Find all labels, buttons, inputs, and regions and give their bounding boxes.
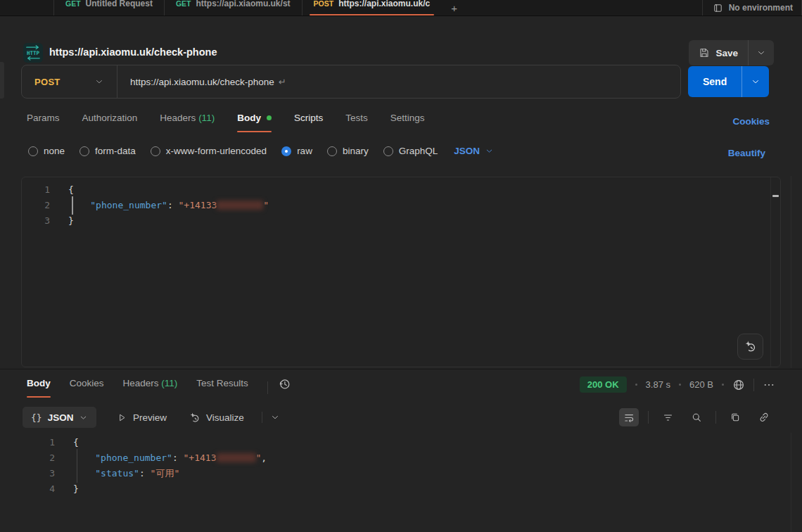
scrollbar-thumb[interactable]	[772, 195, 779, 197]
chevron-down-icon	[751, 77, 760, 87]
link-icon	[758, 412, 770, 423]
filter-icon	[662, 412, 674, 424]
postman-window: GET Untitled Request GET https://api.xia…	[0, 0, 802, 532]
response-tab-headers[interactable]: Headers (11)	[123, 378, 178, 398]
method-label: POST	[34, 77, 61, 87]
tab-tests[interactable]: Tests	[345, 113, 368, 132]
send-button[interactable]: Send	[688, 66, 741, 97]
request-tab-1[interactable]: GET Untitled Request	[53, 0, 164, 16]
request-tab-3-active[interactable]: POST https://api.xiaomu.uk/c	[302, 0, 442, 16]
response-header: Body Cookies Headers (11) Test Results 2…	[0, 374, 802, 402]
request-body-code: 1 { 2 "phone_number": "+14133" 3 }	[22, 177, 780, 229]
panel-divider	[791, 176, 791, 368]
code-line: 2 "phone_number": "+14133"	[22, 198, 780, 213]
radio-binary[interactable]: binary	[327, 146, 369, 156]
divider	[262, 412, 262, 423]
code-line: 1 {	[22, 182, 780, 198]
request-tab-label: https://api.xiaomu.uk/c	[338, 0, 430, 8]
cookies-link[interactable]: Cookies	[732, 116, 770, 127]
visualize-button[interactable]: Visualize	[189, 407, 244, 428]
response-section-divider[interactable]	[0, 369, 802, 369]
request-tab-strip: GET Untitled Request GET https://api.xia…	[0, 0, 802, 16]
body-format-selector[interactable]: JSON	[454, 146, 494, 156]
send-button-group: Send	[688, 66, 769, 97]
method-selector[interactable]: POST	[22, 77, 117, 87]
save-button[interactable]: Save	[689, 40, 748, 65]
wrap-text-button[interactable]	[619, 408, 639, 426]
play-icon	[117, 412, 127, 423]
format-options-button[interactable]	[270, 407, 280, 428]
divider	[648, 411, 649, 424]
url-input[interactable]: https://api.xiaomu.uk/check-phone↵	[117, 77, 299, 87]
request-body-editor[interactable]: 1 { 2 "phone_number": "+14133" 3 }	[21, 177, 781, 367]
radio-urlencoded[interactable]: x-www-form-urlencoded	[151, 146, 267, 156]
postbot-button[interactable]	[737, 334, 763, 360]
redacted-phone	[217, 201, 263, 210]
preview-button[interactable]: Preview	[117, 407, 167, 428]
environment-selector[interactable]: No environment	[702, 0, 798, 16]
response-size[interactable]: 620 B	[689, 379, 713, 390]
tab-body[interactable]: Body	[237, 113, 272, 132]
response-history-icon[interactable]	[278, 377, 291, 391]
more-options-icon[interactable]	[763, 379, 775, 391]
response-body-viewer[interactable]: 1 { 2 "phone_number": "+1413", 3 "status…	[21, 435, 781, 497]
copy-icon	[730, 412, 741, 423]
search-icon	[691, 412, 702, 423]
method-badge: GET	[176, 0, 191, 8]
active-tab-underline	[27, 396, 51, 398]
tab-headers[interactable]: Headers (11)	[160, 113, 215, 132]
save-icon	[699, 47, 710, 58]
request-tabs: Params Authorization Headers (11) Body S…	[27, 113, 424, 132]
redacted-phone	[217, 453, 256, 462]
copy-response-button[interactable]	[725, 408, 745, 426]
divider	[715, 411, 716, 424]
radio-circle	[79, 146, 89, 156]
editor-scrollbar[interactable]	[770, 177, 780, 367]
request-tab-label: Untitled Request	[86, 0, 153, 8]
search-response-button[interactable]	[687, 408, 706, 426]
save-options-button[interactable]	[748, 40, 774, 65]
code-line: 1 {	[21, 435, 781, 450]
code-line: 4 }	[21, 481, 781, 497]
response-toolbar: {} JSON Preview Visualize	[0, 407, 802, 429]
response-tab-body[interactable]: Body	[27, 378, 51, 398]
status-badge[interactable]: 200 OK	[580, 376, 627, 393]
method-badge: GET	[65, 0, 81, 8]
left-panel-grip[interactable]	[0, 62, 4, 99]
radio-raw-selected[interactable]: raw	[281, 146, 312, 156]
response-time[interactable]: 3.87 s	[646, 379, 670, 390]
code-line: 2 "phone_number": "+1413",	[21, 450, 781, 466]
radio-circle	[151, 146, 160, 156]
chevron-down-icon	[756, 48, 766, 58]
radio-none[interactable]: none	[28, 146, 65, 156]
response-tab-cookies[interactable]: Cookies	[70, 378, 104, 398]
tab-settings[interactable]: Settings	[390, 113, 425, 132]
beautify-link[interactable]: Beautify	[728, 148, 765, 158]
chevron-down-icon	[79, 413, 88, 422]
request-header: https://api.xiaomu.uk/check-phone Save	[0, 16, 802, 57]
radio-circle	[281, 146, 291, 156]
network-globe-icon[interactable]	[732, 379, 745, 391]
body-content-dot	[267, 115, 272, 120]
radio-form-data[interactable]: form-data	[79, 146, 136, 156]
response-format-selector[interactable]: {} JSON	[23, 407, 96, 428]
send-options-button[interactable]	[741, 66, 769, 97]
add-tab-button[interactable]: +	[441, 2, 467, 14]
filter-button[interactable]	[658, 408, 677, 426]
share-link-button[interactable]	[754, 408, 774, 426]
request-tab-2[interactable]: GET https://api.xiaomu.uk/st	[164, 0, 302, 16]
chevron-down-icon	[94, 77, 104, 87]
radio-circle	[28, 146, 38, 156]
braces-icon: {}	[31, 412, 42, 423]
tab-params[interactable]: Params	[27, 113, 60, 132]
response-tab-test-results[interactable]: Test Results	[196, 378, 248, 398]
body-type-selector: none form-data x-www-form-urlencoded raw…	[28, 146, 494, 156]
request-title: https://api.xiaomu.uk/check-phone	[49, 46, 217, 58]
divider	[753, 379, 754, 391]
divider	[267, 381, 268, 394]
radio-graphql[interactable]: GraphQL	[383, 146, 438, 156]
postbot-sparkle-icon	[744, 340, 757, 353]
enter-symbol: ↵	[279, 77, 286, 87]
tab-authorization[interactable]: Authorization	[82, 113, 138, 132]
tab-scripts[interactable]: Scripts	[294, 113, 323, 132]
